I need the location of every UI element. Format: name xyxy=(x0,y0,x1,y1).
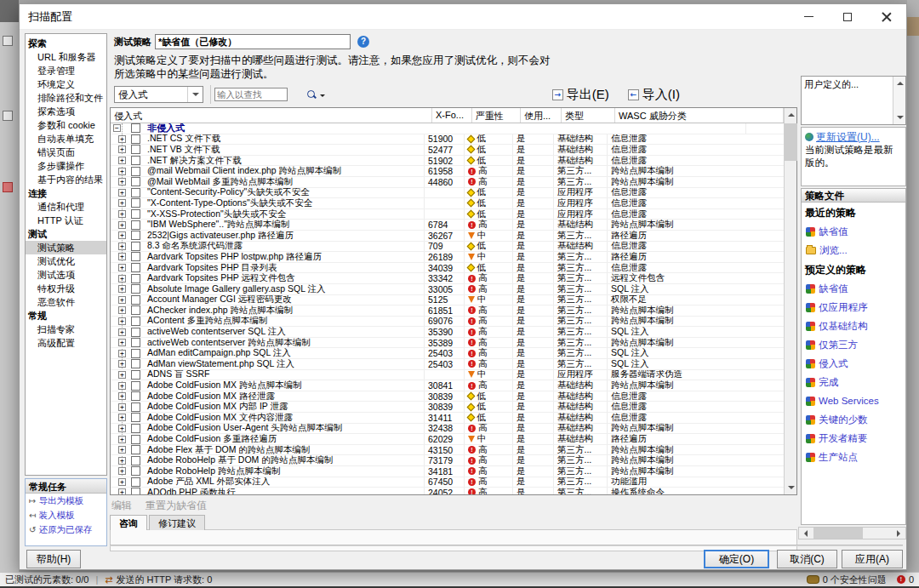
expand-icon[interactable] xyxy=(118,189,126,197)
predefined-policy-link[interactable]: 仅第三方 xyxy=(802,335,905,354)
row-checkbox[interactable] xyxy=(131,156,140,165)
expand-icon[interactable] xyxy=(118,210,126,218)
scroll-left-icon[interactable] xyxy=(799,528,812,539)
row-checkbox[interactable] xyxy=(131,413,140,422)
sidebar-item-特权升级[interactable]: 特权升级 xyxy=(26,282,106,295)
collapse-icon[interactable] xyxy=(113,124,121,132)
reset-default-link[interactable]: 重置为缺省值 xyxy=(146,499,207,513)
row-checkbox[interactable] xyxy=(131,488,140,494)
row-checkbox[interactable] xyxy=(131,231,140,240)
row-checkbox[interactable] xyxy=(131,284,140,294)
cancel-button[interactable]: 取消(C) xyxy=(777,550,837,568)
row-checkbox[interactable] xyxy=(131,177,140,186)
row-checkbox[interactable] xyxy=(131,209,140,219)
horizontal-scrollbar[interactable] xyxy=(798,527,906,539)
expand-icon[interactable] xyxy=(118,306,126,314)
predefined-policy-link[interactable]: Web Services xyxy=(802,391,905,410)
scrollbar-thumb[interactable] xyxy=(813,528,863,539)
common-task-link[interactable]: ↦导出为模板 xyxy=(26,494,106,508)
row-checkbox[interactable] xyxy=(131,188,140,197)
expand-icon[interactable] xyxy=(118,146,126,153)
sidebar-item-排除路径和文件[interactable]: 排除路径和文件 xyxy=(26,91,106,105)
row-checkbox[interactable] xyxy=(131,295,140,305)
update-settings-link[interactable]: 更新设置(U)... xyxy=(816,131,880,143)
mini-scrollbar[interactable] xyxy=(893,77,905,124)
row-checkbox[interactable] xyxy=(131,349,140,358)
expand-icon[interactable] xyxy=(118,360,126,368)
sidebar-item-探索选项[interactable]: 探索选项 xyxy=(26,105,106,118)
expand-icon[interactable] xyxy=(118,403,126,411)
column-header-name[interactable]: 侵入式 xyxy=(111,108,432,123)
column-header-used[interactable]: 使用... xyxy=(521,108,562,123)
predefined-policy-link[interactable]: 完成 xyxy=(802,373,905,391)
row-checkbox[interactable] xyxy=(131,435,140,444)
column-header-xfo[interactable]: X-Fo... xyxy=(432,108,472,123)
row-checkbox[interactable] xyxy=(131,391,140,401)
search-options-arrow-icon[interactable] xyxy=(320,94,325,100)
close-button[interactable] xyxy=(867,4,906,30)
row-checkbox[interactable] xyxy=(131,263,140,272)
expand-icon[interactable] xyxy=(118,425,126,432)
expand-icon[interactable] xyxy=(118,285,126,293)
expand-icon[interactable] xyxy=(118,382,126,390)
scroll-up-icon[interactable] xyxy=(785,108,797,121)
maximize-button[interactable] xyxy=(828,4,867,30)
expand-icon[interactable] xyxy=(118,467,126,475)
sidebar-item-通信和代理[interactable]: 通信和代理 xyxy=(26,200,106,214)
sidebar-item-登录管理[interactable]: 登录管理 xyxy=(26,64,106,77)
sidebar-item-环境定义[interactable]: 环境定义 xyxy=(26,77,106,91)
edit-link[interactable]: 编辑 xyxy=(111,499,132,513)
expand-icon[interactable] xyxy=(118,157,126,164)
expand-icon[interactable] xyxy=(118,253,126,260)
row-checkbox[interactable] xyxy=(131,445,140,454)
sidebar-item-测试优化[interactable]: 测试优化 xyxy=(26,254,106,268)
row-checkbox[interactable] xyxy=(131,242,140,251)
expand-icon[interactable] xyxy=(118,231,126,239)
row-checkbox[interactable] xyxy=(131,370,140,380)
dialog-titlebar[interactable]: 扫描配置 xyxy=(20,4,906,30)
predefined-policy-link[interactable]: 缺省值 xyxy=(802,279,905,298)
expand-icon[interactable] xyxy=(118,275,126,283)
expand-icon[interactable] xyxy=(118,350,126,357)
sidebar-item-高级配置[interactable]: 高级配置 xyxy=(26,336,106,350)
sidebar-item-HTTP 认证[interactable]: HTTP 认证 xyxy=(26,214,106,227)
row-checkbox[interactable] xyxy=(131,198,140,208)
help-icon[interactable]: ? xyxy=(357,36,369,48)
minimize-button[interactable] xyxy=(789,4,828,30)
expand-icon[interactable] xyxy=(118,328,126,336)
expand-icon[interactable] xyxy=(118,457,126,465)
severity-filter-dropdown[interactable]: 侵入式 xyxy=(114,86,203,103)
expand-icon[interactable] xyxy=(118,339,126,346)
sidebar-item-测试选项[interactable]: 测试选项 xyxy=(26,268,106,282)
apply-button[interactable]: 应用(A) xyxy=(842,550,903,568)
column-header-type[interactable]: 类型 xyxy=(562,108,615,123)
help-button[interactable]: 帮助(H) xyxy=(26,550,81,568)
expand-icon[interactable] xyxy=(118,135,126,143)
row-checkbox[interactable] xyxy=(131,477,140,487)
sidebar-item-错误页面[interactable]: 错误页面 xyxy=(26,146,106,159)
sidebar-item-自动表单填充[interactable]: 自动表单填充 xyxy=(26,132,106,146)
expand-icon[interactable] xyxy=(118,168,126,175)
predefined-policy-link[interactable]: 关键的少数 xyxy=(802,410,905,429)
row-checkbox[interactable] xyxy=(131,134,140,144)
ok-button[interactable]: 确定(O) xyxy=(704,550,769,568)
expand-icon[interactable] xyxy=(118,488,126,494)
expand-icon[interactable] xyxy=(118,414,126,421)
expand-icon[interactable] xyxy=(118,199,126,207)
expand-icon[interactable] xyxy=(118,221,126,229)
user-defined-box[interactable]: 用户定义的... xyxy=(801,76,906,125)
row-checkbox[interactable] xyxy=(131,123,140,133)
import-button[interactable]: ← 导入(I) xyxy=(628,87,680,103)
row-checkbox[interactable] xyxy=(131,274,140,283)
scroll-down-icon[interactable] xyxy=(785,482,797,494)
column-header-sev[interactable]: 严重性 xyxy=(472,108,521,123)
row-checkbox[interactable] xyxy=(131,328,140,337)
row-checkbox[interactable] xyxy=(131,359,140,368)
row-checkbox[interactable] xyxy=(131,338,140,347)
expand-icon[interactable] xyxy=(118,371,126,379)
export-button[interactable]: → 导出(E) xyxy=(552,87,609,103)
search-icon[interactable] xyxy=(306,89,317,100)
scroll-down-icon[interactable] xyxy=(893,111,906,124)
predefined-policy-link[interactable]: 开发者精要 xyxy=(802,429,905,448)
policy-name-input[interactable] xyxy=(155,34,351,49)
